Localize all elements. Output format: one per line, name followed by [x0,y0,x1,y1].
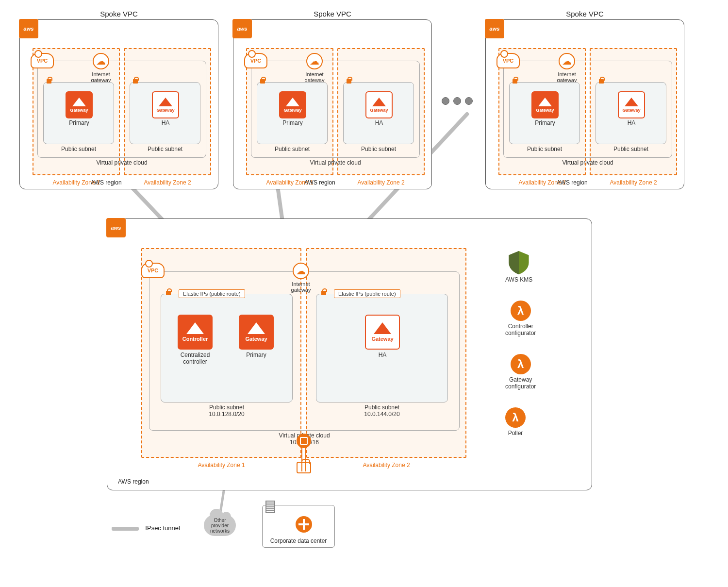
subnet-label: Public subnet [613,146,648,152]
igw-label: Internet gateway [305,71,325,83]
aws-logo-icon: aws [232,19,252,38]
lambda-icon: λ [505,407,526,428]
subnet-label: Public subnet [148,146,182,152]
lock-icon [346,78,352,84]
vpc-badge-icon: VPC [31,53,54,68]
az-label: Availability Zone 2 [357,179,404,186]
subnet-label: Public subnet [61,146,96,152]
lock-icon [512,78,518,84]
region-label: AWS region [557,179,588,186]
internet-gateway-icon: ☁ [93,53,109,69]
gw-label: Primary [282,119,302,126]
gateway-icon: Gateway [152,91,179,118]
region-label: AWS region [304,179,335,186]
az-label: Availability Zone 2 [144,179,191,186]
gateway-icon: Gateway [365,315,400,350]
other-networks: Other provider networks [204,515,236,536]
dc-label: Corporate data center [270,537,327,544]
vpc-badge-icon: VPC [244,53,267,68]
vpc-label: Virtual private cloud [310,159,361,166]
elastic-ips-label: Elastic IPs (public route) [179,289,245,298]
legend: IPsec tunnel [112,524,180,532]
kms-shield-icon [509,251,529,274]
lambda-icon: λ [511,301,531,321]
kms-label: AWS KMS [505,276,532,283]
hub-subnet2: Elastic IPs (public route) Public subnet… [316,294,448,403]
corporate-dc: Corporate data center [262,505,335,548]
lock-icon [598,78,605,84]
lambda2-label: Gateway configurator [505,376,536,390]
lambda3-label: Poller [505,430,526,436]
internet-gateway-icon: ☁ [559,53,575,69]
igw-label: Internet gateway [557,71,577,83]
spoke1-subnet1: Public subnet Gateway Primary [43,82,114,144]
lock-icon [165,289,172,296]
az-label: Availability Zone 2 [363,462,410,469]
cgw-icon [297,462,311,473]
legend-line-icon [112,527,139,531]
gateway-icon: Gateway [531,91,559,118]
internet-gateway-icon: ☁ [293,263,309,279]
kms-block: AWS KMS [505,251,532,283]
spoke3-region: aws Availability Zone 1 Availability Zon… [485,19,684,189]
gw-label: HA [162,119,170,126]
vgw-icon [297,434,311,448]
spoke2-title: Spoke VPC [314,10,351,18]
igw-label: Internet gateway [291,281,311,293]
region-label: AWS region [118,478,149,485]
gateway-icon: Gateway [239,315,274,350]
vpc-label: Virtual private cloud [562,159,613,166]
spoke3-subnet1: Public subnet GatewayPrimary [509,82,580,144]
az-label: Availability Zone 1 [198,462,245,469]
gateway-icon: Gateway [365,91,393,118]
gw-label: Primary [535,119,555,126]
spoke1-subnet2: Public subnet Gateway HA [130,82,200,144]
lambda3-block: λ Poller [505,407,526,436]
internet-gateway-icon: ☁ [306,53,323,69]
spoke3-title: Spoke VPC [566,10,604,18]
spoke2-subnet1: Public subnet GatewayPrimary [257,82,328,144]
subnet-label: Public subnet 10.0.144.0/20 [364,404,399,418]
spoke1-region: aws Availability Zone 1 Availability Zon… [19,19,218,189]
gateway-icon: Gateway [618,91,645,118]
legend-label: IPsec tunnel [145,524,180,532]
gw-label: HA [379,352,387,358]
spoke2-region: aws Availability Zone 1 Availability Zon… [233,19,432,189]
spoke3-subnet2: Public subnet GatewayHA [596,82,666,144]
spoke1-title: Spoke VPC [100,10,138,18]
gw-label: Primary [69,119,89,126]
controller-icon: Controller [178,315,213,350]
lock-icon [46,78,52,84]
aws-logo-icon: aws [485,19,504,38]
hub-subnet1: Elastic IPs (public route) Public subnet… [161,294,293,403]
spoke2-subnet2: Public subnet GatewayHA [343,82,414,144]
subnet-label: Public subnet [527,146,562,152]
vpc-badge-icon: VPC [141,263,165,278]
building-icon [265,501,275,513]
lambda1-label: Controller configurator [505,323,536,336]
lambda1-block: λ Controller configurator [505,301,536,336]
gw-label: HA [628,119,636,126]
other-label: Other provider networks [204,518,236,534]
lock-icon [259,78,266,84]
lambda2-block: λ Gateway configurator [505,354,536,390]
aws-logo-icon: aws [106,218,126,237]
ellipsis-dots [442,97,473,105]
gw-label: HA [375,119,383,126]
vpc-label: Virtual private cloud [96,159,147,166]
elastic-ips-label: Elastic IPs (public route) [334,289,400,298]
aws-logo-icon: aws [19,19,38,38]
subnet-label: Public subnet 10.0.128.0/20 [209,404,244,418]
gateway-icon: Gateway [279,91,306,118]
subnet-label: Public subnet [275,146,310,152]
gateway-icon: Gateway [66,91,93,118]
vpc-badge-icon: VPC [496,53,520,68]
region-label: AWS region [91,179,122,186]
lock-icon [132,78,139,84]
subnet-label: Public subnet [361,146,396,152]
router-icon [296,516,312,533]
igw-label: Internet gateway [91,71,111,83]
lock-icon [320,289,327,296]
lambda-icon: λ [511,354,531,374]
hub-region: aws AWS region Availability Zone 1 Avail… [107,218,592,490]
